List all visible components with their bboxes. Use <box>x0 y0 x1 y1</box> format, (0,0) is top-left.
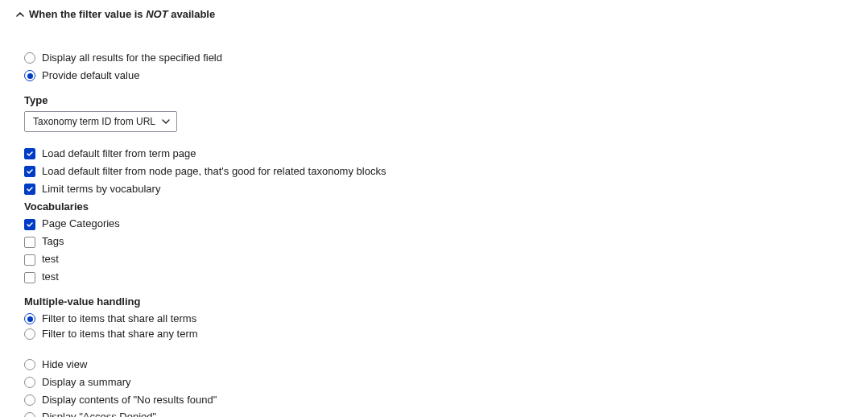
radio-no-results-label[interactable]: Display contents of "No results found" <box>42 394 217 407</box>
radio-access-denied-label[interactable]: Display "Access Denied" <box>42 411 156 417</box>
type-select-value: Taxonomy term ID from URL <box>33 116 155 127</box>
checkbox-load-term-page[interactable] <box>24 148 35 159</box>
checkbox-vocab-label[interactable]: Page Categories <box>42 217 120 231</box>
checkbox-load-node-page-label[interactable]: Load default filter from node page, that… <box>42 165 386 179</box>
radio-no-results[interactable] <box>24 394 35 406</box>
multivalue-label: Multiple-value handling <box>24 295 852 308</box>
checkbox-vocab-label[interactable]: test <box>42 253 59 266</box>
radio-any-term[interactable] <box>24 328 35 340</box>
radio-all-terms[interactable] <box>24 313 35 324</box>
checkbox-vocab-label[interactable]: Tags <box>42 235 64 249</box>
radio-display-summary[interactable] <box>24 377 35 388</box>
checkbox-vocab-test-2[interactable] <box>24 272 35 283</box>
checkbox-limit-vocab-label[interactable]: Limit terms by vocabulary <box>42 183 160 196</box>
checkbox-vocab-tags[interactable] <box>24 237 35 248</box>
vocabularies-label: Vocabularies <box>24 200 852 213</box>
checkbox-load-term-page-label[interactable]: Load default filter from term page <box>42 147 196 161</box>
type-label: Type <box>24 94 852 106</box>
radio-access-denied[interactable] <box>24 412 35 417</box>
radio-display-all[interactable] <box>24 52 35 64</box>
radio-provide-default[interactable] <box>24 70 35 81</box>
radio-hide-view-label[interactable]: Hide view <box>42 358 87 372</box>
radio-provide-default-label[interactable]: Provide default value <box>42 69 139 83</box>
checkbox-vocab-page-categories[interactable] <box>24 219 35 230</box>
radio-display-all-label[interactable]: Display all results for the specified fi… <box>42 52 222 65</box>
radio-display-summary-label[interactable]: Display a summary <box>42 376 131 390</box>
section-toggle[interactable]: When the filter value is NOT available <box>16 8 852 20</box>
radio-any-term-label[interactable]: Filter to items that share any term <box>42 328 198 341</box>
radio-all-terms-label[interactable]: Filter to items that share all terms <box>42 312 196 326</box>
checkbox-load-node-page[interactable] <box>24 166 35 177</box>
radio-hide-view[interactable] <box>24 359 35 370</box>
checkbox-vocab-label[interactable]: test <box>42 270 59 284</box>
checkbox-limit-vocab[interactable] <box>24 184 35 195</box>
chevron-up-icon <box>16 10 24 19</box>
section-title: When the filter value is NOT available <box>29 8 215 20</box>
chevron-down-icon <box>162 118 170 126</box>
checkbox-vocab-test-1[interactable] <box>24 254 35 266</box>
type-select[interactable]: Taxonomy term ID from URL <box>24 111 177 132</box>
